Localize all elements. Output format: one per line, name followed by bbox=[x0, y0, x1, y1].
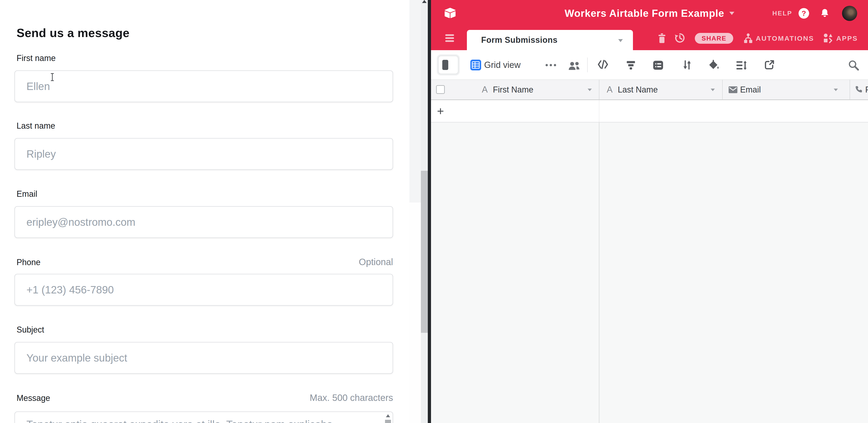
first-name-label-row: First name bbox=[17, 53, 393, 63]
row-height-icon[interactable] bbox=[736, 61, 747, 71]
form-gutter-lower bbox=[409, 203, 421, 423]
page-scrollbar-thumb[interactable] bbox=[421, 171, 428, 333]
form-title: Send us a message bbox=[17, 26, 129, 40]
more-dots-icon[interactable] bbox=[546, 64, 556, 66]
view-toolbar: Grid view bbox=[431, 50, 868, 80]
scroll-up-arrow-icon[interactable] bbox=[422, 0, 427, 3]
automations-icon[interactable] bbox=[743, 33, 753, 44]
phone-input[interactable] bbox=[14, 274, 393, 306]
bell-icon[interactable] bbox=[820, 8, 830, 19]
airtable-logo-icon[interactable] bbox=[444, 7, 456, 20]
airtable-tabbar: Form Submissions SHARE bbox=[431, 27, 868, 50]
view-name-button[interactable]: Grid view bbox=[484, 50, 521, 80]
apps-icon[interactable] bbox=[823, 33, 834, 44]
text-field-icon: A bbox=[607, 80, 613, 99]
column-divider[interactable] bbox=[722, 80, 723, 99]
chevron-down-icon[interactable] bbox=[711, 89, 715, 91]
frozen-column-divider bbox=[599, 122, 599, 423]
column-header-email[interactable]: Email bbox=[740, 80, 761, 99]
help-icon[interactable]: ? bbox=[799, 8, 809, 19]
column-header-phone-cut[interactable]: P bbox=[865, 80, 868, 99]
subject-input[interactable] bbox=[14, 342, 393, 374]
last-name-label-row: Last name bbox=[17, 121, 393, 131]
message-label-row: Message Max. 500 characters bbox=[17, 393, 393, 403]
screen: Send us a message First name Last name E… bbox=[0, 0, 868, 423]
collaborators-icon[interactable] bbox=[568, 61, 581, 72]
airtable-window: Workers Airtable Form Example HELP ? For… bbox=[431, 0, 868, 423]
chevron-down-icon[interactable] bbox=[834, 89, 838, 91]
message-label: Message bbox=[17, 393, 50, 403]
view-sidebar-toggle[interactable] bbox=[438, 56, 458, 74]
phone-label-row: Phone Optional bbox=[17, 257, 393, 267]
subject-label: Subject bbox=[17, 325, 44, 335]
message-maxchars-note: Max. 500 characters bbox=[310, 393, 393, 403]
add-row-plus-icon[interactable]: + bbox=[437, 100, 444, 122]
add-row[interactable]: + bbox=[431, 100, 868, 122]
email-label-row: Email bbox=[17, 189, 393, 199]
color-icon[interactable] bbox=[708, 60, 719, 71]
sort-icon[interactable] bbox=[682, 60, 692, 71]
textarea-scroll-up-icon[interactable] bbox=[386, 414, 390, 417]
last-name-input[interactable] bbox=[14, 138, 393, 170]
column-header-first-name[interactable]: First Name bbox=[493, 80, 533, 99]
apps-button[interactable]: APPS bbox=[836, 27, 858, 50]
search-icon[interactable] bbox=[848, 60, 859, 71]
phone-label: Phone bbox=[17, 258, 40, 267]
first-name-label: First name bbox=[17, 53, 56, 63]
column-header-last-name[interactable]: Last Name bbox=[618, 80, 658, 99]
subject-label-row: Subject bbox=[17, 325, 393, 335]
frozen-column-divider bbox=[599, 100, 599, 122]
message-textarea[interactable] bbox=[14, 412, 393, 423]
table-tab-label: Form Submissions bbox=[481, 30, 558, 50]
grid-header-row: A First Name A Last Name Email bbox=[431, 80, 868, 100]
form-gutter bbox=[409, 0, 421, 203]
hide-fields-icon[interactable] bbox=[597, 60, 608, 70]
group-icon[interactable] bbox=[653, 60, 663, 71]
column-divider[interactable] bbox=[599, 80, 599, 99]
avatar[interactable] bbox=[842, 6, 857, 21]
contact-form: Send us a message First name Last name E… bbox=[0, 0, 409, 423]
trash-icon[interactable] bbox=[657, 33, 667, 44]
chevron-down-icon bbox=[618, 39, 623, 42]
hamburger-icon[interactable] bbox=[445, 34, 454, 42]
last-name-label: Last name bbox=[17, 121, 55, 131]
automations-button[interactable]: AUTOMATIONS bbox=[756, 27, 814, 50]
base-title-menu[interactable]: Workers Airtable Form Example bbox=[565, 0, 734, 27]
filter-icon[interactable] bbox=[626, 61, 636, 70]
email-label: Email bbox=[17, 189, 37, 199]
textarea-scrollbar-thumb[interactable] bbox=[385, 420, 391, 423]
text-cursor-icon bbox=[52, 73, 53, 81]
column-divider[interactable] bbox=[849, 80, 850, 99]
toolbar-divider bbox=[587, 58, 588, 72]
history-icon[interactable] bbox=[674, 32, 685, 44]
grid-canvas[interactable] bbox=[431, 122, 868, 423]
text-field-icon: A bbox=[482, 80, 488, 99]
chevron-down-icon bbox=[729, 12, 734, 15]
email-field-icon bbox=[728, 86, 737, 94]
chevron-down-icon[interactable] bbox=[588, 89, 592, 91]
first-name-input[interactable] bbox=[14, 70, 393, 102]
window-divider bbox=[428, 0, 431, 423]
share-button[interactable]: SHARE bbox=[695, 33, 733, 44]
tab-form-submissions[interactable]: Form Submissions bbox=[467, 30, 633, 50]
base-title: Workers Airtable Form Example bbox=[565, 8, 724, 19]
share-view-icon[interactable] bbox=[764, 60, 775, 71]
airtable-topbar: Workers Airtable Form Example HELP ? bbox=[431, 0, 868, 27]
help-button[interactable]: HELP bbox=[772, 0, 792, 27]
email-input[interactable] bbox=[14, 206, 393, 238]
phone-optional-note: Optional bbox=[359, 257, 393, 267]
select-all-checkbox[interactable] bbox=[436, 85, 445, 94]
phone-field-icon bbox=[855, 85, 863, 95]
grid-view-icon bbox=[470, 60, 481, 71]
